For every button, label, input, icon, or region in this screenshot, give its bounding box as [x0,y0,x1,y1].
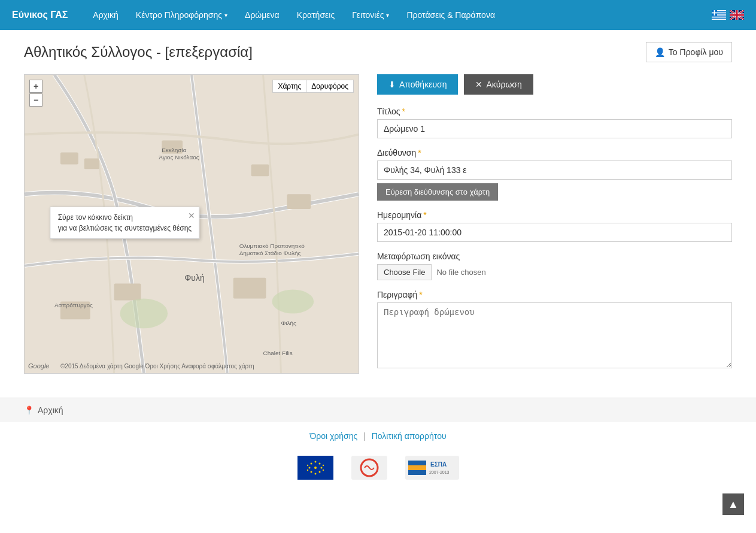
nav-item-info[interactable]: Κέντρο Πληροφόρησης ▾ [129,5,235,25]
espa-logo-icon: ΕΣΠΑ 2007-2013 [405,456,459,480]
svg-point-41 [322,465,323,466]
form-actions: ⬇ Αποθήκευση ✕ Ακύρωση [377,74,732,95]
svg-text:ΕΣΠΑ: ΕΣΠΑ [430,461,447,468]
privacy-link[interactable]: Πολιτική απορρήτου [372,431,447,441]
tooltip-close-icon[interactable]: ✕ [188,210,195,222]
svg-text:2007-2013: 2007-2013 [429,470,450,474]
required-star: * [402,107,405,116]
svg-rect-12 [84,158,99,169]
zoom-out-button[interactable]: − [29,93,42,107]
zoom-in-button[interactable]: + [29,80,42,93]
map-tab-satellite[interactable]: Δορυφόρος [306,80,354,93]
footer-links: Όροι χρήσης | Πολιτική απορρήτου [0,422,756,450]
svg-point-20 [272,290,314,314]
address-required-star: * [418,148,421,158]
file-input-wrapper: Choose File No file chosen [377,264,732,280]
date-input[interactable] [377,223,732,242]
choose-file-button[interactable]: Choose File [377,264,432,280]
svg-text:Άγιος Νικόλαος: Άγιος Νικόλαος [159,154,199,160]
svg-rect-4 [712,17,726,18]
date-required-star: * [423,210,426,220]
chevron-down-icon: ▾ [386,12,389,19]
footer-breadcrumb: 📍 Αρχική [0,398,756,422]
svg-rect-49 [408,465,426,470]
cancel-icon: ✕ [475,80,482,89]
svg-text:Εκκλησία: Εκκλησία [162,147,186,153]
nav-menu: Αρχική Κέντρο Πληροφόρησης ▾ Δρώμενα Κρα… [86,5,712,25]
svg-rect-11 [60,152,78,164]
map-type-tabs: Χάρτης Δορυφόρος [272,80,354,93]
svg-rect-8 [712,13,717,14]
map-zoom-controls: + − [29,80,42,107]
address-label: Διεύθυνση* [377,148,732,158]
svg-point-36 [310,463,312,465]
navbar: Εύνικος ΓΑΣ Αρχική Κέντρο Πληροφόρησης ▾… [0,0,756,30]
nav-item-suggestions[interactable]: Προτάσεις & Παράπονα [399,5,502,25]
svg-point-31 [314,467,317,469]
map-copyright: ©2015 Δεδομένα χάρτη Google Όροι Χρήσης … [60,363,254,370]
title-label: Τίτλος* [377,107,732,116]
nav-item-neighborhoods[interactable]: Γειτονιές ▾ [345,5,396,25]
find-address-button[interactable]: Εύρεση διεύθυνσης στο χάρτη [377,183,498,201]
date-label: Ημερομηνία* [377,210,732,220]
cancel-button[interactable]: ✕ Ακύρωση [464,74,533,95]
navbar-brand[interactable]: Εύνικος ΓΑΣ [12,10,68,20]
separator: | [363,431,368,441]
profile-button[interactable]: 👤 Το Προφίλ μου [646,42,732,62]
location-icon: 📍 [24,405,34,415]
address-field-group: Διεύθυνση* Εύρεση διεύθυνσης στο χάρτη [377,148,732,201]
nav-item-reservations[interactable]: Κρατήσεις [290,5,342,25]
user-icon: 👤 [655,47,665,57]
svg-point-38 [310,471,312,473]
svg-point-37 [318,463,320,465]
svg-text:Ολυμπιακό Προπονητικό: Ολυμπιακό Προπονητικό [239,243,305,249]
nav-item-events[interactable]: Δρώμενα [238,5,287,25]
page-header: Αθλητικός Σύλλογος - [επεξεργασία] 👤 Το … [0,30,756,68]
chevron-down-icon: ▾ [224,12,227,19]
map-container[interactable]: Φυλή Εκκλησία Άγιος Νικόλαος Chalet Fili… [24,74,359,374]
save-button[interactable]: ⬇ Αποθήκευση [377,74,458,95]
title-input[interactable] [377,119,732,138]
no-file-text: No file chosen [436,268,485,277]
svg-rect-18 [233,278,266,299]
breadcrumb-home[interactable]: Αρχική [38,405,63,415]
svg-text:Ασπρόπυργος: Ασπρόπυργος [54,302,93,308]
svg-rect-14 [251,164,269,176]
upload-field-group: Μεταφόρτωση εικόνας Choose File No file … [377,252,732,280]
title-field-group: Τίτλος* [377,107,732,138]
map-tab-map[interactable]: Χάρτης [272,80,306,93]
svg-point-32 [314,461,316,463]
svg-text:Φυλή: Φυλή [184,273,204,283]
main-content: Φυλή Εκκλησία Άγιος Νικόλαος Chalet Fili… [0,68,756,398]
svg-rect-17 [114,284,141,301]
svg-rect-15 [287,194,311,209]
save-icon: ⬇ [388,80,396,89]
svg-text:Φιλής: Φιλής [281,320,296,326]
date-field-group: Ημερομηνία* [377,210,732,242]
svg-rect-5 [712,19,726,20]
uk-flag-icon[interactable] [730,10,744,20]
address-input[interactable] [377,160,732,180]
language-flags [712,10,744,20]
svg-point-33 [314,473,316,475]
svg-text:Chalet Filis: Chalet Filis [263,350,293,356]
upload-label: Μεταφόρτωση εικόνας [377,252,732,261]
map-section: Φυλή Εκκλησία Άγιος Νικόλαος Chalet Fili… [24,74,359,380]
svg-point-43 [322,470,323,471]
svg-rect-50 [408,470,426,475]
svg-text:Δημοτικό Στάδιο Φυλής: Δημοτικό Στάδιο Φυλής [239,250,301,256]
greek-flag-icon[interactable] [712,10,726,20]
form-section: ⬇ Αποθήκευση ✕ Ακύρωση Τίτλος* Διεύθυνση… [377,74,732,380]
description-field-group: Περιγραφή* [377,290,732,370]
page-title: Αθλητικός Σύλλογος - [επεξεργασία] [24,44,253,60]
svg-rect-48 [408,461,426,465]
description-textarea[interactable] [377,302,732,368]
terms-link[interactable]: Όροι χρήσης [309,431,357,441]
eu-flag-icon [297,456,333,480]
map-tooltip: ✕ Σύρε τον κόκκινο δείκτη για να βελτιώσ… [50,207,199,239]
svg-point-34 [308,467,310,469]
svg-point-39 [318,471,320,473]
svg-point-40 [306,465,308,466]
nav-item-home[interactable]: Αρχική [86,5,126,25]
logo2-icon [351,456,387,480]
